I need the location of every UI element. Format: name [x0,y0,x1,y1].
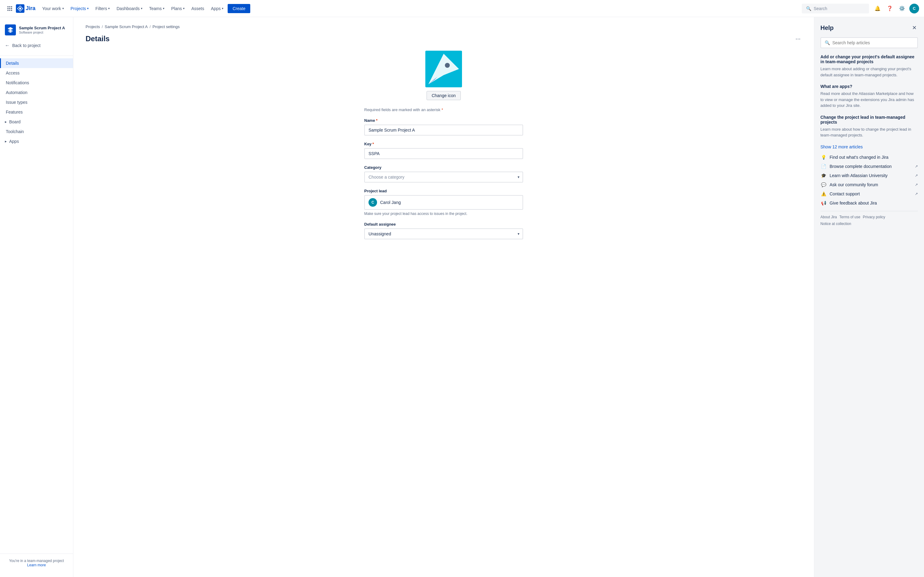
search-bar[interactable]: 🔍 Search [802,4,869,13]
back-to-project-button[interactable]: ← Back to project [0,40,73,51]
default-assignee-label: Default assignee [364,222,523,227]
project-lead-input[interactable]: C Carol Jang [364,195,523,210]
privacy-policy-link[interactable]: Privacy policy [863,215,885,219]
help-article-3-title[interactable]: Change the project lead in team-managed … [821,115,918,124]
search-icon: 🔍 [806,6,811,11]
breadcrumb: Projects / Sample Scrum Project A / Proj… [86,24,802,29]
help-link-university[interactable]: 🎓 Learn with Atlassian University ↗ [821,172,918,179]
name-input[interactable] [364,124,523,135]
help-link-support[interactable]: ⚠️ Contact support ↗ [821,191,918,197]
create-button[interactable]: Create [228,4,250,13]
topnav-actions: 🔔 ❓ ⚙️ C [873,4,919,13]
breadcrumb-project[interactable]: Sample Scrum Project A [105,24,148,29]
grid-menu-button[interactable] [5,4,15,13]
nav-projects[interactable]: Projects ▾ [68,4,92,13]
name-label: Name * [364,118,523,123]
page-title: Details [86,34,110,43]
topnav: Jira Your work ▾ Projects ▾ Filters ▾ Da… [0,0,924,17]
help-button[interactable]: ❓ [885,4,895,13]
sidebar-item-issue-types[interactable]: Issue types [0,97,73,107]
help-link-text: Learn with Atlassian University [830,173,912,178]
help-link-text: Browse complete documentation [830,164,912,169]
search-icon: 🔍 [825,40,830,45]
help-article-3-desc: Learn more about how to change the proje… [821,126,918,138]
jira-logo[interactable]: Jira [16,4,36,13]
layout: Sample Scrum Project A Software project … [0,17,924,577]
external-link-icon: ↗ [915,164,918,169]
help-article-1: Add or change your project's default ass… [821,54,918,78]
terms-of-use-link[interactable]: Terms of use [839,215,861,219]
sidebar-item-board[interactable]: ▸ Board [0,117,73,127]
help-link-feedback[interactable]: 📢 Give feedback about Jira [821,200,918,206]
nav-your-work[interactable]: Your work ▾ [39,4,67,13]
project-icon [5,24,16,35]
svg-point-1 [19,7,21,10]
chevron-down-icon: ▾ [87,7,89,10]
sidebar-item-notifications[interactable]: Notifications [0,78,73,88]
category-label: Category [364,165,523,170]
help-close-button[interactable]: ✕ [911,23,918,32]
support-icon: ⚠️ [821,191,827,197]
sidebar-item-automation[interactable]: Automation [0,88,73,97]
project-icon-image [425,51,462,87]
help-search-input[interactable] [832,40,914,45]
search-placeholder: Search [814,6,827,11]
sidebar-item-features[interactable]: Features [0,107,73,117]
nav-dashboards[interactable]: Dashboards ▾ [113,4,145,13]
help-link-documentation[interactable]: 📄 Browse complete documentation ↗ [821,163,918,169]
chevron-right-icon: ▸ [5,120,7,124]
help-article-2-title[interactable]: What are apps? [821,84,918,89]
user-avatar[interactable]: C [909,4,919,13]
change-icon-button[interactable]: Change icon [426,91,461,100]
project-lead-field: Project lead C Carol Jang Make sure your… [364,189,523,216]
more-options-button[interactable]: ··· [794,34,802,44]
required-fields-note: Required fields are marked with an aster… [364,108,523,112]
notice-at-collection-link[interactable]: Notice at collection [821,222,851,226]
sidebar-project-name: Sample Scrum Project A [19,26,65,31]
help-title: Help [821,24,834,31]
default-assignee-select[interactable]: Unassigned [364,228,523,239]
nav-teams[interactable]: Teams ▾ [146,4,168,13]
graduation-icon: 🎓 [821,172,827,179]
nav-assets[interactable]: Assets [188,4,207,13]
sidebar-item-apps[interactable]: ▸ Apps [0,137,73,146]
sidebar-item-toolchain[interactable]: Toolchain [0,127,73,137]
megaphone-icon: 📢 [821,200,827,206]
name-field: Name * [364,118,523,135]
category-select-wrapper: Choose a category ▾ [364,172,523,182]
show-more-articles-link[interactable]: Show 12 more articles [821,144,918,149]
default-assignee-field: Default assignee Unassigned ▾ [364,222,523,239]
required-star: * [376,118,377,123]
back-label: Back to project [12,43,40,48]
help-article-3: Change the project lead in team-managed … [821,115,918,138]
breadcrumb-settings[interactable]: Project settings [152,24,180,29]
chevron-right-icon: ▸ [5,139,7,143]
notifications-button[interactable]: 🔔 [873,4,882,13]
project-lead-name: Carol Jang [380,200,401,205]
key-input[interactable] [364,148,523,159]
help-link-text: Ask our community forum [830,182,912,187]
sidebar-project-header: Sample Scrum Project A Software project [0,22,73,38]
settings-button[interactable]: ⚙️ [897,4,907,13]
nav-plans[interactable]: Plans ▾ [168,4,187,13]
details-form: Change icon Required fields are marked w… [364,51,523,239]
logo-text: Jira [26,5,36,11]
external-link-icon: ↗ [915,182,918,187]
sidebar-item-access[interactable]: Access [0,68,73,78]
sidebar-item-details[interactable]: Details [0,58,73,68]
about-jira-link[interactable]: About Jira [821,215,837,219]
sidebar-footer-text: You're in a team-managed project [5,559,68,563]
help-link-community[interactable]: 💬 Ask our community forum ↗ [821,182,918,188]
nav-filters[interactable]: Filters ▾ [92,4,113,13]
top-navigation: Your work ▾ Projects ▾ Filters ▾ Dashboa… [39,4,226,13]
sidebar-learn-more-link[interactable]: Learn more [5,563,68,567]
nav-apps[interactable]: Apps ▾ [208,4,226,13]
help-article-1-title[interactable]: Add or change your project's default ass… [821,54,918,64]
back-icon: ← [5,43,10,48]
help-article-2: What are apps? Read more about the Atlas… [821,84,918,109]
category-select[interactable]: Choose a category [364,172,523,182]
breadcrumb-projects[interactable]: Projects [86,24,100,29]
key-label: Key * [364,142,523,146]
help-link-whats-changed[interactable]: 💡 Find out what's changed in Jira [821,154,918,160]
help-search-bar[interactable]: 🔍 [821,37,918,48]
